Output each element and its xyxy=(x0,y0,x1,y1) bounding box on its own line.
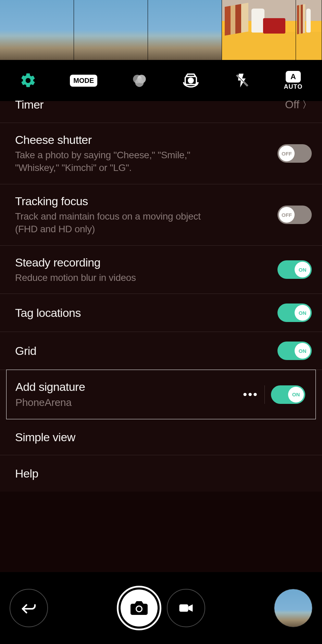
setting-title: Tag locations xyxy=(15,306,277,320)
setting-grid[interactable]: Grid ON xyxy=(0,332,322,370)
video-icon xyxy=(177,599,195,617)
setting-subtitle: Reduce motion blur in videos xyxy=(15,271,207,284)
settings-panel: Timer Off 〉 Cheese shutter Take a photo … xyxy=(0,101,322,492)
gallery-button[interactable] xyxy=(274,589,312,627)
svg-rect-9 xyxy=(179,604,188,612)
setting-title: Cheese shutter xyxy=(15,133,277,147)
setting-help[interactable]: Help xyxy=(0,455,322,492)
toggle-knob-label: ON xyxy=(288,387,304,402)
toggle-knob-label: ON xyxy=(295,262,310,277)
toggle-tag-locations[interactable]: ON xyxy=(277,304,312,322)
setting-simple-view[interactable]: Simple view xyxy=(0,419,322,455)
svg-point-4 xyxy=(188,78,193,83)
auto-badge: A xyxy=(290,72,296,81)
toggle-add-signature[interactable]: ON xyxy=(271,385,305,404)
camera-toolbar: MODE A AUTO xyxy=(0,60,322,101)
thumbnail[interactable] xyxy=(296,0,322,60)
camera-icon xyxy=(129,598,149,618)
setting-cheese-shutter[interactable]: Cheese shutter Take a photo by saying "C… xyxy=(0,123,322,184)
flash-button[interactable] xyxy=(234,72,250,89)
setting-tag-locations[interactable]: Tag locations ON xyxy=(0,294,322,332)
switch-camera-button[interactable] xyxy=(181,71,200,90)
setting-subtitle: Take a photo by saying "Cheese," "Smile,… xyxy=(15,149,207,175)
gear-icon xyxy=(20,72,37,89)
setting-timer[interactable]: Timer Off 〉 xyxy=(0,101,322,123)
chevron-right-icon: 〉 xyxy=(302,98,312,111)
setting-title: Timer xyxy=(15,97,285,112)
mode-button[interactable]: MODE xyxy=(70,75,97,87)
auto-button[interactable]: A AUTO xyxy=(284,71,303,90)
thumbnail[interactable] xyxy=(222,0,296,60)
camera-bottom-bar xyxy=(0,572,322,644)
setting-value: Off xyxy=(285,98,299,111)
setting-steady-recording[interactable]: Steady recording Reduce motion blur in v… xyxy=(0,246,322,294)
toggle-knob-label: OFF xyxy=(279,207,295,223)
more-icon[interactable]: ••• xyxy=(237,388,264,401)
switch-camera-icon xyxy=(181,71,200,90)
thumbnail[interactable] xyxy=(148,0,222,60)
thumbnail[interactable] xyxy=(0,0,74,60)
setting-tracking-focus[interactable]: Tracking focus Track and maintain focus … xyxy=(0,184,322,246)
setting-title: Help xyxy=(15,466,312,481)
mode-label: MODE xyxy=(73,77,94,84)
back-icon xyxy=(20,599,38,617)
filter-icon xyxy=(131,72,148,89)
setting-subtitle: Track and maintain focus on a moving obj… xyxy=(15,210,207,236)
filter-button[interactable] xyxy=(131,72,148,89)
auto-label: AUTO xyxy=(284,83,303,90)
toggle-steady-recording[interactable]: ON xyxy=(277,260,312,279)
setting-subtitle: PhoneArena xyxy=(15,396,207,410)
setting-title: Steady recording xyxy=(15,255,277,270)
setting-title: Add signature xyxy=(15,380,237,394)
svg-point-2 xyxy=(135,78,144,87)
setting-title: Simple view xyxy=(15,430,312,445)
thumbnail[interactable] xyxy=(74,0,148,60)
toggle-knob-label: ON xyxy=(295,305,310,321)
setting-title: Grid xyxy=(15,344,277,358)
thumbnail-strip[interactable] xyxy=(0,0,322,60)
setting-add-signature[interactable]: Add signature PhoneArena ••• ON xyxy=(6,370,316,419)
video-button[interactable] xyxy=(167,589,205,627)
shutter-button[interactable] xyxy=(117,586,161,630)
toggle-tracking-focus[interactable]: OFF xyxy=(277,206,312,224)
toggle-knob-label: ON xyxy=(295,343,310,359)
toggle-cheese-shutter[interactable]: OFF xyxy=(277,144,312,163)
settings-button[interactable] xyxy=(20,72,37,89)
back-button[interactable] xyxy=(10,589,48,627)
divider xyxy=(264,385,265,404)
svg-point-8 xyxy=(137,607,141,611)
setting-title: Tracking focus xyxy=(15,194,277,209)
toggle-grid[interactable]: ON xyxy=(277,342,312,360)
flash-off-icon xyxy=(234,72,250,89)
toggle-knob-label: OFF xyxy=(279,146,295,161)
